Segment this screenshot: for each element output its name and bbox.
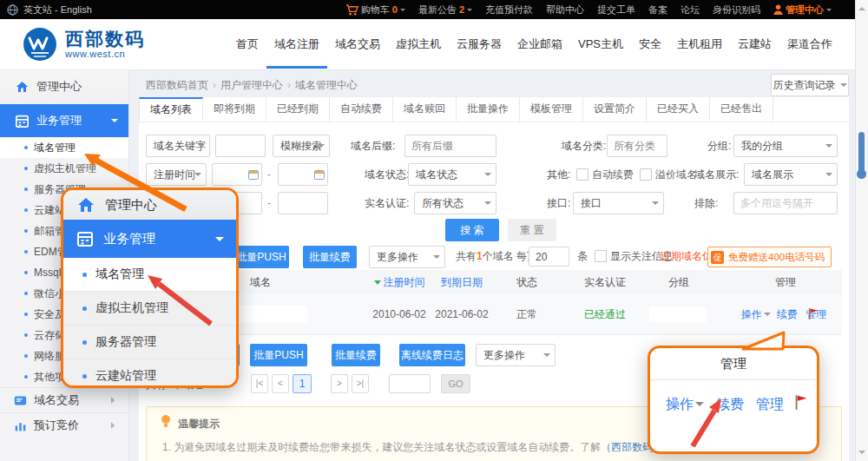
nav-item[interactable]: 虚拟主机 (388, 19, 449, 69)
history-query-button[interactable]: 历史查询记录 (771, 74, 849, 96)
page-jump-input[interactable] (389, 374, 431, 393)
page-number-button[interactable]: 1 (293, 374, 312, 393)
cart-link[interactable]: 购物车 0 (345, 3, 405, 16)
range-end-input[interactable] (278, 192, 328, 214)
row-op-dropdown[interactable]: 操作 (741, 308, 771, 320)
nav-item[interactable]: 安全 (631, 19, 669, 69)
batch-push-button[interactable]: 批量PUSH (233, 246, 289, 268)
nav-item[interactable]: 渠道合作 (779, 19, 840, 69)
offline-renew-log-button[interactable]: 离线续费日志 (399, 344, 465, 366)
fuzzy-search-select[interactable]: 模糊搜索 (273, 135, 330, 157)
sidebar-sub-item[interactable]: 虚拟主机管理 (0, 158, 128, 179)
topbar-link[interactable]: 充值预付款 (485, 3, 533, 16)
tab[interactable]: 模板管理 (520, 97, 583, 122)
tab[interactable]: 自动续费 (330, 97, 393, 122)
scroll-up-icon[interactable] (858, 3, 865, 10)
more-actions-select[interactable]: 更多操作 (369, 246, 445, 268)
topbar-link[interactable]: 论坛 (681, 3, 700, 16)
popup-manage-link[interactable]: 管理 (756, 396, 784, 414)
popup-menu-item[interactable]: 域名管理 (63, 258, 236, 291)
sidebar-item-domain-trade[interactable]: 域名交易 (0, 387, 128, 412)
popup-menu-item-label: 虚拟主机管理 (95, 300, 168, 316)
topbar-link[interactable]: 帮助中心 (546, 3, 584, 16)
prev-page-button[interactable]: < (272, 374, 289, 393)
tab[interactable]: 域名赎回 (393, 97, 457, 122)
breadcrumb-item[interactable]: 用户管理中心 (220, 79, 283, 91)
reset-button[interactable]: 重 置 (508, 219, 556, 241)
nav-item[interactable]: 域名交易 (327, 19, 388, 69)
scroll-down-icon[interactable] (858, 451, 865, 458)
flag-icon[interactable] (807, 307, 820, 320)
nav-item[interactable]: 云建站 (730, 19, 779, 69)
tab[interactable]: 已经买入 (647, 97, 710, 122)
topbar-link[interactable]: 备案 (648, 3, 667, 16)
date-start-input[interactable] (212, 163, 262, 186)
tab[interactable]: 批量操作 (457, 97, 520, 122)
chevron-down-icon (695, 402, 704, 411)
keyword-type-select[interactable]: 域名关键字 (146, 135, 210, 157)
language-switch[interactable]: 英文站 - English (23, 3, 92, 16)
nav-item[interactable]: 首页 (228, 19, 266, 69)
nav-item[interactable]: 企业邮箱 (510, 19, 570, 69)
tab[interactable]: 设置简介 (583, 97, 647, 122)
nav-item[interactable]: 域名注册 (266, 19, 327, 69)
popup-renew-link[interactable]: 续费 (716, 396, 744, 414)
sidebar-item-business-management[interactable]: 业务管理 (0, 104, 128, 137)
next-page-button[interactable]: > (331, 374, 348, 393)
breadcrumb-item[interactable]: 西部数码首页 (146, 79, 208, 91)
logo-icon (23, 27, 57, 62)
last-page-button[interactable]: >| (352, 374, 369, 393)
popup-item-management-center[interactable]: 管理中心 (63, 190, 236, 220)
tab[interactable]: 即将到期 (203, 97, 266, 122)
chevron-down-icon (111, 119, 118, 126)
logo[interactable]: 西部数码 www.west.cn (23, 27, 145, 62)
batch-push-button-2[interactable]: 批量PUSH (250, 344, 307, 366)
search-button[interactable]: 搜 索 (445, 219, 499, 241)
category-input[interactable] (607, 135, 667, 157)
page-go-button[interactable]: GO (441, 374, 470, 393)
premium-domain-checkbox[interactable]: 溢价域名 (640, 163, 697, 186)
keyword-input[interactable] (215, 135, 266, 157)
nav-item[interactable]: 云服务器 (449, 19, 510, 69)
time-type-select[interactable]: 注册时间 (146, 163, 207, 186)
suffix-input[interactable] (404, 135, 496, 157)
status-select[interactable]: 域名状态 (408, 163, 496, 186)
row-renew-link[interactable]: 续费 (777, 308, 798, 320)
scrollbar-thumb[interactable] (858, 132, 865, 174)
exclude-input[interactable] (733, 192, 838, 214)
sidebar-item-management-center[interactable]: 管理中心 (0, 69, 128, 104)
promo-badge[interactable]: 促 免费赠送400电话号码 (707, 247, 832, 267)
per-page-input[interactable] (529, 247, 569, 267)
flag-icon[interactable] (793, 394, 810, 411)
more-actions-select-2[interactable]: 更多操作 (476, 344, 556, 366)
port-select[interactable]: 接口 (573, 192, 664, 214)
auto-renew-checkbox[interactable]: 自动续费 (576, 163, 634, 186)
popup-op-dropdown[interactable]: 操作 (666, 396, 704, 414)
first-page-button[interactable]: |< (251, 374, 268, 393)
tab[interactable]: 域名列表 (139, 97, 203, 122)
popup-menu-item[interactable]: 服务器管理 (63, 325, 236, 359)
nav-item[interactable]: 主机租用 (669, 19, 730, 69)
user-menu[interactable]: 管理中心 (773, 3, 832, 16)
popup-menu-item[interactable]: 虚拟主机管理 (63, 291, 236, 325)
scrollbar[interactable] (855, 0, 868, 461)
topbar-link[interactable]: 身份识别码 (713, 3, 760, 16)
announcement-link[interactable]: 最新公告 2 (418, 3, 472, 16)
topbar-link[interactable]: 提交工单 (597, 3, 635, 16)
popup-menu-item[interactable]: 云建站管理 (63, 359, 236, 388)
batch-renew-button-2[interactable]: 批量续费 (332, 344, 380, 366)
sidebar-item-reservation-bidding[interactable]: 预订竞价 (0, 412, 128, 438)
breadcrumb: 西部数码首页›用户管理中心›域名管理中心 (146, 78, 358, 93)
realname-select[interactable]: 所有状态 (414, 192, 496, 214)
group-label: 分组: (707, 135, 731, 157)
batch-renew-button[interactable]: 批量续费 (303, 246, 357, 268)
tab[interactable]: 已经售出 (710, 97, 773, 122)
date-end-input[interactable] (278, 163, 328, 186)
display-select[interactable]: 域名展示 (744, 163, 838, 186)
popup-item-business-management[interactable]: 业务管理 (63, 220, 236, 258)
promo-text: 免费赠送400电话号码 (728, 251, 825, 264)
nav-item[interactable]: VPS主机 (570, 19, 631, 69)
group-select[interactable]: 我的分组 (733, 135, 838, 157)
tab[interactable]: 已经到期 (266, 97, 330, 122)
sidebar-sub-item[interactable]: 域名管理 (0, 137, 128, 158)
